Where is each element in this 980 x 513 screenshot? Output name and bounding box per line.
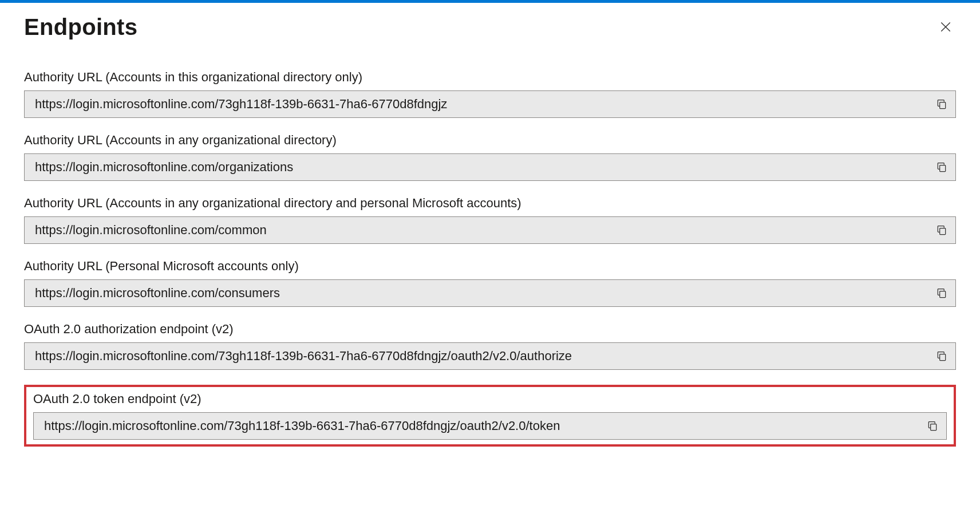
copy-icon (936, 350, 947, 362)
copy-button[interactable] (928, 91, 955, 117)
svg-rect-2 (940, 102, 946, 109)
endpoint-input[interactable] (25, 217, 928, 243)
endpoint-label: Authority URL (Accounts in this organiza… (24, 70, 956, 85)
copy-icon (936, 161, 947, 173)
endpoint-item: Authority URL (Personal Microsoft accoun… (24, 259, 956, 307)
endpoint-label: Authority URL (Accounts in any organizat… (24, 133, 956, 148)
endpoints-list: Authority URL (Accounts in this organiza… (24, 70, 956, 447)
svg-rect-6 (940, 354, 946, 361)
endpoint-input[interactable] (34, 413, 919, 439)
copy-icon (936, 98, 947, 110)
endpoint-label: OAuth 2.0 authorization endpoint (v2) (24, 322, 956, 337)
endpoint-input[interactable] (25, 91, 928, 117)
copy-icon (936, 287, 947, 299)
endpoint-row (24, 342, 956, 370)
endpoint-row (24, 216, 956, 244)
endpoint-item: OAuth 2.0 authorization endpoint (v2) (24, 322, 956, 370)
copy-icon (936, 224, 947, 236)
svg-rect-4 (940, 228, 946, 235)
copy-button[interactable] (928, 280, 955, 306)
endpoint-row (24, 90, 956, 118)
svg-rect-5 (940, 291, 946, 298)
copy-button[interactable] (928, 343, 955, 369)
endpoint-input[interactable] (25, 154, 928, 180)
endpoint-input[interactable] (25, 343, 928, 369)
endpoint-item: Authority URL (Accounts in any organizat… (24, 196, 956, 244)
endpoint-label: OAuth 2.0 token endpoint (v2) (33, 392, 947, 407)
endpoint-item: Authority URL (Accounts in this organiza… (24, 70, 956, 118)
endpoint-item: Authority URL (Accounts in any organizat… (24, 133, 956, 181)
svg-rect-7 (931, 424, 936, 431)
endpoint-input[interactable] (25, 280, 928, 306)
copy-button[interactable] (919, 413, 946, 439)
highlighted-endpoint: OAuth 2.0 token endpoint (v2) (24, 385, 956, 447)
endpoint-row (33, 412, 947, 440)
endpoint-label: Authority URL (Personal Microsoft accoun… (24, 259, 956, 274)
copy-icon (927, 420, 938, 432)
endpoint-item: OAuth 2.0 token endpoint (v2) (33, 392, 947, 440)
endpoints-panel: Endpoints Authority URL (Accounts in thi… (0, 3, 980, 461)
close-button[interactable] (935, 17, 956, 37)
panel-title: Endpoints (24, 14, 137, 40)
copy-button[interactable] (928, 217, 955, 243)
panel-header: Endpoints (24, 14, 956, 40)
endpoint-row (24, 279, 956, 307)
endpoint-row (24, 153, 956, 181)
close-icon (939, 21, 952, 33)
svg-rect-3 (940, 165, 946, 172)
copy-button[interactable] (928, 154, 955, 180)
endpoint-label: Authority URL (Accounts in any organizat… (24, 196, 956, 211)
